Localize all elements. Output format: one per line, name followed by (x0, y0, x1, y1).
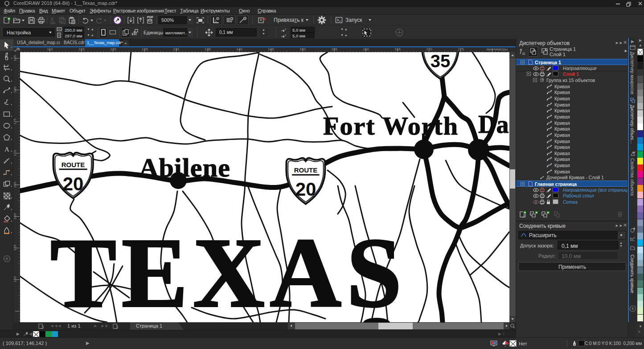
svg-text:Abilene: Abilene (139, 153, 230, 182)
svg-text:ROUTE: ROUTE (294, 166, 318, 174)
svg-text:x: x (285, 28, 286, 30)
svg-text:A: A (4, 146, 9, 153)
svg-text:y: y (285, 33, 286, 36)
svg-text:Da: Da (478, 111, 509, 138)
svg-text:ROUTE: ROUTE (62, 161, 85, 168)
svg-text:TEXAS: TEXAS (50, 218, 407, 322)
svg-text:35: 35 (431, 52, 451, 71)
svg-text:20: 20 (63, 173, 84, 194)
svg-text:Fort Worth: Fort Worth (323, 111, 459, 140)
svg-text:20: 20 (295, 179, 316, 200)
